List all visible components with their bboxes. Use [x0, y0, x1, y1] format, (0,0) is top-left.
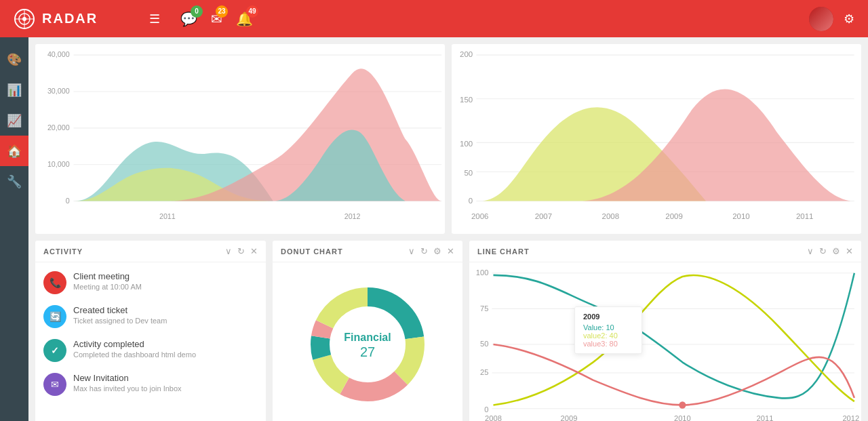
activity-item-icon: ✉ [43, 373, 66, 396]
line-settings-btn[interactable]: ⚙ [832, 246, 840, 256]
right-area-svg: 200 150 100 50 0 2006 2007 2008 20 [452, 44, 861, 234]
svg-text:2009: 2009 [561, 414, 578, 421]
activity-panel-header: ACTIVITY ∨ ↻ ✕ [35, 241, 266, 262]
chat-icon-wrap[interactable]: 💬 0 [180, 11, 197, 27]
tooltip-value1: Value: 10 [583, 323, 633, 332]
svg-text:0: 0 [484, 405, 488, 414]
svg-text:50: 50 [480, 340, 488, 348]
line-chart-tooltip: 2009 Value: 10 value2: 40 value3: 80 [574, 306, 642, 354]
svg-text:40,000: 40,000 [47, 50, 70, 59]
header: RADAR ☰ 💬 0 ✉ 23 🔔 49 ⚙ [0, 0, 868, 37]
activity-item-title: Created ticket [73, 305, 258, 315]
line-panel-title: LINE CHART [477, 247, 802, 256]
activity-item-sub: Completed the dashboard html demo [73, 350, 258, 359]
activity-item-title: Activity completed [73, 339, 258, 349]
svg-text:200: 200 [460, 49, 473, 58]
check-icon: ✓ [51, 345, 59, 356]
svg-text:150: 150 [460, 95, 473, 104]
svg-text:30,000: 30,000 [47, 87, 70, 96]
palette-icon: 🎨 [7, 52, 22, 67]
svg-text:2012: 2012 [842, 414, 859, 421]
sidebar-item-tools[interactable]: 🔧 [0, 166, 28, 197]
tooltip-year: 2009 [583, 313, 633, 321]
donut-panel-actions: ∨ ↻ ⚙ ✕ [408, 246, 454, 256]
donut-chart-panel: DONUT CHART ∨ ↻ ⚙ ✕ [273, 241, 462, 421]
line-refresh-btn[interactable]: ↻ [819, 246, 827, 256]
mail-badge: 23 [216, 5, 228, 18]
activity-item-content: Created ticket Ticket assigned to Dev te… [73, 305, 258, 325]
activity-close-btn[interactable]: ✕ [250, 246, 258, 256]
avatar-image [809, 7, 833, 31]
activity-panel: ACTIVITY ∨ ↻ ✕ 📞 Client meeting Meeting … [35, 241, 266, 421]
activity-item-sub: Max has invited you to join Inbox [73, 384, 258, 393]
svg-text:2006: 2006 [471, 212, 488, 220]
donut-svg: Financial 27 [300, 277, 435, 412]
tooltip-value3: value3: 80 [583, 340, 633, 348]
svg-text:2010: 2010 [674, 414, 691, 421]
left-area-svg: 40,000 30,000 20,000 10,000 0 [35, 44, 445, 234]
activity-item-sub: Meeting at 10:00 AM [73, 283, 258, 291]
line-panel-actions: ∨ ↻ ⚙ ✕ [807, 246, 853, 256]
svg-text:75: 75 [480, 304, 488, 312]
donut-refresh-btn[interactable]: ↻ [420, 246, 428, 256]
area-chart-right: 200 150 100 50 0 2006 2007 2008 20 [452, 44, 861, 234]
svg-text:50: 50 [465, 168, 473, 177]
activity-item: ✉ New Invitation Max has invited you to … [35, 367, 266, 401]
wrench-icon: 🔧 [7, 174, 22, 189]
settings-icon[interactable]: ⚙ [844, 12, 854, 26]
area-chart-left: 40,000 30,000 20,000 10,000 0 [35, 44, 445, 234]
sidebar-item-charts[interactable]: 📊 [0, 75, 28, 105]
svg-text:2011: 2011 [757, 414, 774, 421]
mail-icon-wrap[interactable]: ✉ 23 [211, 11, 222, 27]
activity-item: ✓ Activity completed Completed the dashb… [35, 334, 266, 367]
svg-text:2011: 2011 [159, 212, 176, 221]
sidebar-item-design[interactable]: 🎨 [0, 44, 28, 75]
logo-area: RADAR [0, 8, 142, 30]
logo-text: RADAR [42, 11, 98, 26]
line-chart-svg: 100 75 50 25 0 [469, 262, 861, 421]
user-avatar[interactable] [809, 7, 833, 31]
line-panel-header: LINE CHART ∨ ↻ ⚙ ✕ [469, 241, 861, 262]
activity-item-content: New Invitation Max has invited you to jo… [73, 373, 258, 393]
donut-container: Financial 27 [273, 262, 462, 421]
sidebar-item-analytics[interactable]: 📈 [0, 105, 28, 136]
line-chart-panel: LINE CHART ∨ ↻ ⚙ ✕ 100 75 50 25 0 [469, 241, 861, 421]
svg-text:27: 27 [360, 344, 375, 359]
top-charts-row: 40,000 30,000 20,000 10,000 0 [35, 44, 861, 234]
barchart-icon: 📊 [7, 83, 22, 98]
sidebar: 🎨 📊 📈 🏠 🔧 [0, 37, 28, 421]
activity-collapse-btn[interactable]: ∨ [225, 246, 232, 256]
line-close-btn[interactable]: ✕ [846, 246, 853, 256]
svg-text:25: 25 [480, 368, 488, 376]
svg-text:2009: 2009 [665, 212, 682, 220]
activity-list: 📞 Client meeting Meeting at 10:00 AM 🔄 C… [35, 262, 266, 421]
home-icon: 🏠 [7, 144, 22, 159]
activity-panel-title: ACTIVITY [43, 247, 220, 256]
svg-text:2008: 2008 [602, 212, 619, 220]
svg-text:Financial: Financial [344, 332, 391, 343]
svg-text:10,000: 10,000 [47, 159, 70, 168]
svg-text:20,000: 20,000 [47, 123, 70, 132]
activity-item-sub: Ticket assigned to Dev team [73, 317, 258, 325]
activity-item-icon: 📞 [43, 271, 66, 294]
radar-logo-icon [14, 8, 35, 30]
activity-item: 📞 Client meeting Meeting at 10:00 AM [35, 266, 266, 300]
activity-item-content: Client meeting Meeting at 10:00 AM [73, 271, 258, 291]
bell-icon-wrap[interactable]: 🔔 49 [236, 11, 253, 27]
refresh-icon: 🔄 [50, 311, 61, 322]
svg-text:2012: 2012 [344, 212, 361, 221]
sidebar-item-dashboard[interactable]: 🏠 [0, 136, 28, 166]
header-right: ⚙ [809, 7, 868, 31]
donut-panel-title: DONUT CHART [281, 247, 403, 256]
svg-text:0: 0 [66, 196, 70, 205]
line-chart-area: 100 75 50 25 0 [469, 262, 861, 421]
menu-button[interactable]: ☰ [142, 12, 167, 26]
svg-text:2010: 2010 [732, 212, 750, 220]
bell-badge: 49 [246, 5, 258, 18]
activity-refresh-btn[interactable]: ↻ [237, 246, 245, 256]
main-content: 40,000 30,000 20,000 10,000 0 [28, 37, 868, 421]
donut-settings-btn[interactable]: ⚙ [433, 246, 441, 256]
donut-collapse-btn[interactable]: ∨ [408, 246, 415, 256]
donut-close-btn[interactable]: ✕ [447, 246, 454, 256]
line-collapse-btn[interactable]: ∨ [807, 246, 814, 256]
